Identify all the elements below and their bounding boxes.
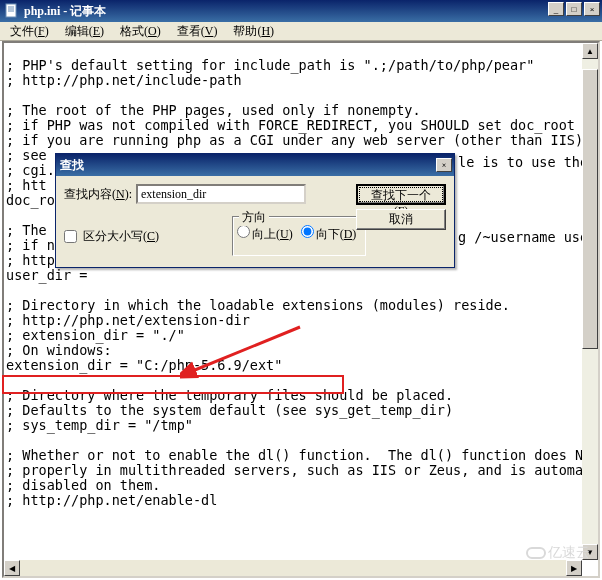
- cancel-button[interactable]: 取消: [356, 209, 446, 230]
- direction-group: 方向 向上(U) 向下(D): [232, 216, 366, 256]
- minimize-button[interactable]: _: [548, 2, 564, 16]
- direction-down-radio[interactable]: 向下(D): [301, 225, 357, 243]
- scroll-thumb-v[interactable]: [582, 69, 598, 349]
- find-content-label: 查找内容(N):: [64, 186, 132, 203]
- find-dialog: 查找 × 查找内容(N): 区分大小写(C) 方向 向上(U) 向下(D) 查找…: [55, 153, 455, 268]
- notepad-icon: [4, 3, 20, 19]
- editor-frame: ; PHP's default setting for include_path…: [2, 41, 600, 578]
- find-dialog-title: 查找: [60, 157, 84, 174]
- menubar: 文件(F) 编辑(E) 格式(O) 查看(V) 帮助(H): [0, 22, 602, 41]
- scroll-left-icon[interactable]: ◀: [4, 560, 20, 576]
- window-titlebar: php.ini - 记事本 _ □ ×: [0, 0, 602, 22]
- direction-up-radio[interactable]: 向上(U): [237, 225, 293, 243]
- close-button[interactable]: ×: [584, 2, 600, 16]
- direction-legend: 方向: [239, 209, 269, 226]
- editor-textarea[interactable]: ; PHP's default setting for include_path…: [4, 43, 598, 576]
- scroll-down-icon[interactable]: ▼: [582, 544, 598, 560]
- find-next-button[interactable]: 查找下一个(F): [356, 184, 446, 205]
- scroll-right-icon[interactable]: ▶: [566, 560, 582, 576]
- match-case-box[interactable]: [64, 230, 77, 243]
- menu-file[interactable]: 文件(F): [2, 22, 57, 41]
- find-dialog-titlebar[interactable]: 查找 ×: [56, 154, 454, 176]
- scroll-up-icon[interactable]: ▲: [582, 43, 598, 59]
- maximize-button[interactable]: □: [566, 2, 582, 16]
- match-case-label: 区分大小写(C): [83, 228, 159, 245]
- menu-view[interactable]: 查看(V): [169, 22, 226, 41]
- menu-format[interactable]: 格式(O): [112, 22, 169, 41]
- editor-fragment-2: g /~username used o: [458, 230, 602, 245]
- menu-edit[interactable]: 编辑(E): [57, 22, 112, 41]
- horizontal-scrollbar[interactable]: ◀ ▶: [4, 560, 582, 576]
- menu-help[interactable]: 帮助(H): [225, 22, 282, 41]
- find-input[interactable]: [136, 184, 306, 204]
- vertical-scrollbar[interactable]: ▲ ▼: [582, 43, 598, 560]
- match-case-checkbox[interactable]: 区分大小写(C): [64, 228, 159, 245]
- window-title: php.ini - 记事本: [24, 3, 106, 20]
- find-dialog-close-button[interactable]: ×: [436, 158, 452, 172]
- editor-fragment-1: le is to use the: [458, 155, 588, 170]
